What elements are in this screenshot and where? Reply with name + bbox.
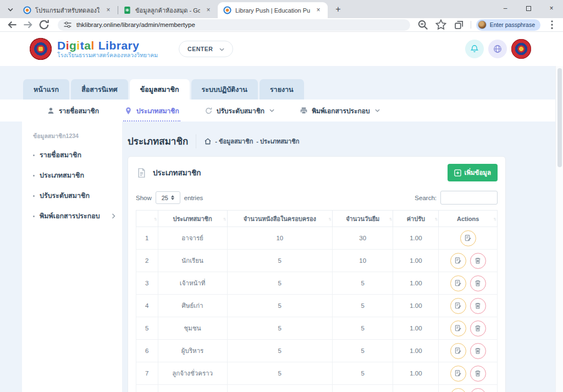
cell-fine: 1.00	[393, 340, 439, 362]
delete-button[interactable]	[470, 275, 486, 291]
table-row: 5 ชุมชน 5 5 1.00	[136, 317, 498, 340]
subnav-item-icon	[124, 107, 133, 115]
cell-fine: 1.00	[393, 317, 439, 340]
menu-kebab-icon[interactable]	[545, 19, 559, 31]
sidebar-item-label: ปรับระดับสมาชิก	[40, 190, 90, 201]
forward-button[interactable]	[21, 19, 35, 31]
delete-button[interactable]	[470, 321, 486, 336]
logo-title-library: Library	[98, 39, 140, 52]
zoom-icon[interactable]	[416, 19, 429, 31]
member-type-table: ประเภทสมาชิก จำนวนหนังสือในครอบครอง จำนว…	[136, 210, 498, 392]
subnav-item[interactable]: พิมพ์เอกสารประกอบ	[300, 106, 379, 116]
search-input[interactable]	[440, 191, 498, 205]
sidebar-item[interactable]: รายชื่อสมาชิก	[33, 150, 115, 161]
bookmark-star-icon[interactable]	[434, 19, 448, 31]
sort-icon[interactable]	[223, 216, 225, 221]
user-avatar[interactable]	[511, 39, 531, 59]
page-length-select[interactable]: 25	[156, 191, 180, 204]
new-tab-button[interactable]: +	[331, 2, 345, 16]
sidebar-item[interactable]: ประเภทสมาชิก	[33, 170, 115, 181]
address-bar[interactable]: thklibrary.online/library/admin/memberty…	[58, 19, 410, 31]
extensions-icon[interactable]	[452, 19, 466, 31]
cell-books: 5	[227, 295, 333, 317]
column-header[interactable]: ค่าปรับ	[393, 211, 439, 227]
add-data-button[interactable]: เพิ่มข้อมูล	[448, 164, 498, 181]
column-header[interactable]: ประเภทสมาชิก	[158, 211, 227, 227]
sort-icon[interactable]	[434, 216, 437, 221]
browser-tab[interactable]: โปรแกรมสำหรับทดลองใช้ | ILIBRAR ×	[18, 2, 118, 18]
column-header-label: ประเภทสมาชิก	[173, 216, 212, 222]
main-nav-tabs: หน้าแรก สื่อสารนิเทศ ข้อมูลสมาชิก ระบบปฏ…	[23, 79, 563, 100]
sidebar-item[interactable]: ปรับระดับสมาชิก	[33, 190, 115, 201]
edit-button[interactable]	[450, 388, 466, 392]
column-header[interactable]: Actions	[439, 211, 498, 227]
toolbar-divider	[471, 21, 471, 29]
sort-icon[interactable]	[389, 216, 391, 221]
delete-button[interactable]	[470, 253, 486, 269]
column-header[interactable]: จำนวนหนังสือในครอบครอง	[227, 211, 333, 227]
tab-close-icon[interactable]: ×	[104, 6, 113, 15]
edit-button[interactable]	[450, 366, 466, 382]
language-button[interactable]	[488, 40, 507, 58]
delete-button[interactable]	[470, 298, 486, 314]
nav-tab[interactable]: ระบบปฏิบัติงาน	[191, 79, 258, 100]
notifications-button[interactable]	[465, 40, 484, 58]
edit-button[interactable]	[450, 298, 466, 314]
sort-icon[interactable]	[493, 216, 495, 221]
breadcrumb-item[interactable]: ประเภทสมาชิก	[256, 136, 299, 146]
cell-books: 5	[227, 340, 333, 362]
browser-tab[interactable]: ข้อมูลลูกค้าห้องสมุด - Google ชี ×	[118, 2, 218, 18]
delete-button[interactable]	[470, 388, 486, 392]
cell-member-type: ลูกจ้างชั่วคราว	[158, 362, 227, 385]
add-data-label: เพิ่มข้อมูล	[465, 168, 492, 178]
minimize-button[interactable]: –	[494, 0, 517, 16]
edit-button[interactable]	[450, 321, 466, 336]
nav-tab[interactable]: รายงาน	[260, 79, 304, 100]
column-header[interactable]: จำนวนวันยืม	[333, 211, 393, 227]
site-info-icon[interactable]	[63, 19, 72, 31]
home-icon[interactable]	[204, 137, 212, 145]
nav-tab[interactable]: สื่อสารนิเทศ	[71, 79, 128, 100]
edit-button[interactable]	[450, 343, 466, 359]
cell-row-number: 1	[136, 227, 158, 250]
school-logo	[30, 38, 52, 60]
browser-tab[interactable]: Library Push | Education Push ×	[218, 2, 328, 18]
delete-button[interactable]	[470, 366, 486, 382]
center-selector[interactable]: CENTER	[179, 41, 233, 57]
logo-letter: D	[57, 39, 66, 52]
chevron-down-icon	[219, 46, 224, 52]
tab-close-icon[interactable]: ×	[314, 6, 323, 15]
back-button[interactable]	[5, 19, 19, 31]
edit-button[interactable]	[450, 275, 466, 291]
subnav-item-label: ประเภทสมาชิก	[136, 106, 179, 116]
cell-actions	[439, 295, 498, 317]
nav-tab[interactable]: หน้าแรก	[23, 79, 69, 100]
profile-button[interactable]: Enter passphrase	[476, 19, 540, 31]
column-header[interactable]	[136, 211, 158, 227]
search-area: Search:	[415, 191, 498, 205]
column-header-label: จำนวนวันยืม	[346, 216, 379, 222]
tab-close-icon[interactable]: ×	[204, 6, 213, 15]
subnav-item[interactable]: ปรับระดับสมาชิก	[205, 106, 274, 116]
nav-tab[interactable]: ข้อมูลสมาชิก	[130, 79, 190, 100]
edit-button[interactable]	[450, 253, 466, 269]
subnav-item[interactable]: รายชื่อสมาชิก	[47, 106, 99, 116]
subnav-item[interactable]: ประเภทสมาชิก	[124, 106, 179, 116]
subnav-item-icon	[205, 107, 213, 115]
edit-button[interactable]	[460, 230, 476, 246]
bullet-icon	[33, 154, 35, 156]
breadcrumb-item[interactable]: ข้อมูลสมาชิก	[215, 136, 253, 146]
tab-search-button[interactable]	[3, 2, 18, 16]
close-button[interactable]: ×	[540, 0, 563, 16]
sort-icon[interactable]	[154, 216, 156, 221]
reload-button[interactable]	[37, 19, 51, 31]
show-label: Show	[136, 195, 152, 201]
cell-row-number: 7	[136, 362, 158, 385]
maximize-button[interactable]	[517, 0, 540, 16]
scrollbar-thumb[interactable]	[558, 68, 562, 167]
page-scrollbar[interactable]	[555, 66, 563, 392]
sidebar-item[interactable]: พิมพ์เอกสารประกอบ	[33, 211, 115, 222]
delete-button[interactable]	[470, 343, 486, 359]
url-text[interactable]: thklibrary.online/library/admin/memberty…	[76, 21, 195, 28]
sort-icon[interactable]	[328, 216, 330, 221]
